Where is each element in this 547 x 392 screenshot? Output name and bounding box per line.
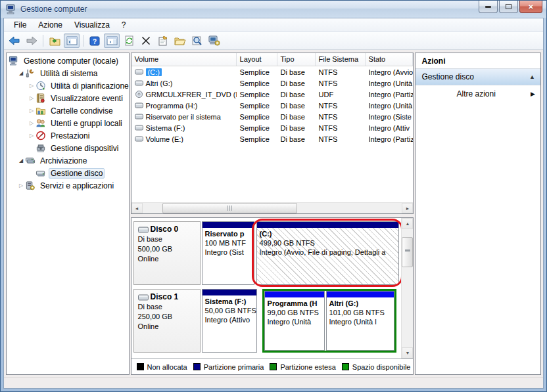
scroll-right-arrow-icon[interactable]: ► xyxy=(402,203,413,213)
volume-status: Integro (Partiz xyxy=(366,91,414,98)
maximize-button[interactable] xyxy=(499,1,518,13)
volume-type: Di base xyxy=(277,135,316,143)
close-icon: ✕ xyxy=(528,3,533,11)
column-header-file-sistema[interactable]: File Sistema xyxy=(316,53,366,66)
disk-size: 250,00 GB xyxy=(138,312,196,322)
disk0-label[interactable]: Disco 0 Di base 500,00 GB Online xyxy=(133,221,201,285)
volume-row-volume-e[interactable]: Volume (E:) Semplice Di base NTFS Integr… xyxy=(131,133,414,144)
event-log-icon xyxy=(36,93,46,103)
menu-visualizza[interactable]: Visualizza xyxy=(68,19,116,31)
tree-item-label: Cartelle condivise xyxy=(49,106,115,116)
collapsed-triangle-icon[interactable]: ▷ xyxy=(28,120,36,126)
volume-list-header: Volume Layout Tipo File Sistema Stato xyxy=(131,53,414,66)
collapsed-triangle-icon[interactable]: ▷ xyxy=(28,95,36,101)
volume-name: Altri (G:) xyxy=(146,79,173,87)
collapsed-triangle-icon[interactable]: ▷ xyxy=(28,133,36,139)
snap-in-button[interactable] xyxy=(206,33,222,48)
tree-item-prestazioni[interactable]: ▷ Prestazioni xyxy=(7,129,129,142)
caption-buttons: ✕ xyxy=(479,1,542,13)
volume-row-riservato[interactable]: Riservato per il sistema Semplice Di bas… xyxy=(131,111,414,122)
find-button[interactable] xyxy=(189,33,205,48)
collapse-chevron-icon[interactable]: ▲ xyxy=(529,74,535,80)
back-button[interactable] xyxy=(7,33,22,48)
actions-item-altre-azioni[interactable]: Altre azioni ▶ xyxy=(416,85,540,102)
partition-c-selected[interactable]: (C:) 499,90 GB NTFS Integro (Avvio, File… xyxy=(256,221,400,285)
volume-type: Di base xyxy=(277,102,316,110)
properties-icon xyxy=(158,36,168,46)
volume-status: Integro (Partiz xyxy=(366,135,414,143)
disk0-partition-area: Riservato p 100 MB NTF Integro (Sist (C:… xyxy=(201,221,400,285)
tree-item-label: Utilità di pianificazione xyxy=(49,81,130,91)
volume-type: Di base xyxy=(277,68,316,76)
scroll-left-arrow-icon[interactable]: ◄ xyxy=(131,203,143,213)
column-header-volume[interactable]: Volume xyxy=(131,53,237,66)
help-button[interactable]: ? xyxy=(87,33,103,48)
volume-row-sistema[interactable]: Sistema (F:) Semplice Di base NTFS Integ… xyxy=(131,122,414,133)
tree-item-utenti-e-gruppi[interactable]: ▷ Utenti e gruppi locali xyxy=(7,117,129,129)
column-header-layout[interactable]: Layout xyxy=(237,53,277,66)
expanded-triangle-icon[interactable]: ◢ xyxy=(17,158,25,163)
tree-item-gestione-dispositivi[interactable]: Gestione dispositivi xyxy=(7,142,129,154)
collapsed-triangle-icon[interactable]: ▷ xyxy=(28,108,36,114)
forward-button[interactable] xyxy=(24,33,39,48)
delete-button[interactable] xyxy=(138,33,154,48)
disk-status: Online xyxy=(138,322,196,332)
tree-item-utilita-di-sistema[interactable]: ◢ Utilità di sistema xyxy=(7,67,129,79)
tree-item-servizi-e-applicazioni[interactable]: ▷ Servizi e applicazioni xyxy=(7,179,129,192)
scroll-down-arrow-icon[interactable]: ▼ xyxy=(402,347,413,359)
partition-riservato[interactable]: Riservato p 100 MB NTF Integro (Sist xyxy=(202,221,254,285)
close-button[interactable]: ✕ xyxy=(519,1,542,13)
partition-sistema[interactable]: Sistema (F:) 50,00 GB NTFS Integro (Atti… xyxy=(202,289,257,353)
properties-button[interactable] xyxy=(155,33,171,48)
horizontal-scrollbar[interactable]: ◄ ► xyxy=(131,202,414,213)
actions-group-gestione-disco[interactable]: Gestione disco ▲ xyxy=(416,69,540,85)
scroll-up-arrow-icon[interactable]: ▲ xyxy=(402,218,413,229)
minimize-button[interactable] xyxy=(479,1,498,13)
export-list-button[interactable] xyxy=(47,33,62,48)
submenu-arrow-icon: ▶ xyxy=(531,91,535,97)
disk-row-1: Disco 1 Di base 250,00 GB Online xyxy=(133,289,400,353)
minimize-icon xyxy=(485,6,491,8)
vertical-scrollbar[interactable]: ▲ ▼ xyxy=(401,218,413,359)
volume-row-programma[interactable]: Programma (H:) Semplice Di base NTFS Int… xyxy=(131,100,414,111)
show-console-tree-button[interactable] xyxy=(64,33,80,48)
partition-programma[interactable]: Programma (H 99,00 GB NTFS Integro (Unit… xyxy=(264,291,325,351)
client-area: File Azione Visualizza ? xyxy=(3,18,544,389)
refresh-button[interactable] xyxy=(121,33,137,48)
disk1-label[interactable]: Disco 1 Di base 250,00 GB Online xyxy=(133,289,201,353)
menu-help[interactable]: ? xyxy=(116,19,132,31)
legend-non-allocata: Non allocata xyxy=(137,363,187,371)
column-header-tipo[interactable]: Tipo xyxy=(277,53,316,66)
volume-row-dvd[interactable]: GRMCULXFRER_IT_DVD (D:) Semplice Di base… xyxy=(131,89,414,100)
collapsed-triangle-icon[interactable]: ▷ xyxy=(28,83,36,89)
scrollbar-thumb[interactable] xyxy=(162,203,297,213)
volume-row-c[interactable]: (C:) Semplice Di base NTFS Integro (Avvi… xyxy=(131,66,414,77)
menu-file[interactable]: File xyxy=(8,19,32,31)
volume-layout: Semplice xyxy=(237,113,277,121)
disk-type: Di base xyxy=(138,302,196,312)
partition-name: Sistema (F:) xyxy=(205,297,254,306)
partition-altri[interactable]: Altri (G:) 101,00 GB NTFS Integro (Unità… xyxy=(326,291,395,351)
menu-azione[interactable]: Azione xyxy=(32,19,68,31)
tree-item-utilita-di-pianificazione[interactable]: ▷ Utilità di pianificazione xyxy=(7,79,129,92)
partition-status: Integro (Avvio, File di paging, Dettagli… xyxy=(260,248,396,257)
tree-item-gestione-computer[interactable]: Gestione computer (locale) xyxy=(7,54,129,67)
tree-item-archiviazione[interactable]: ◢ Archiviazione xyxy=(7,154,129,167)
users-icon xyxy=(36,118,46,128)
tree-item-cartelle-condivise[interactable]: ▷ Cartelle condivise xyxy=(7,104,129,117)
scrollbar-track[interactable] xyxy=(297,203,402,213)
open-folder-button[interactable] xyxy=(172,33,188,48)
tree-item-visualizzatore-eventi[interactable]: ▷ Visualizzatore eventi xyxy=(7,92,129,104)
volume-icon xyxy=(135,113,143,120)
show-action-pane-button[interactable] xyxy=(104,33,120,48)
column-header-stato[interactable]: Stato xyxy=(366,53,414,66)
volume-layout: Semplice xyxy=(237,102,277,110)
tree-item-gestione-disco[interactable]: Gestione disco xyxy=(7,167,129,179)
volume-row-altri[interactable]: Altri (G:) Semplice Di base NTFS Integro… xyxy=(131,77,414,89)
expanded-triangle-icon[interactable]: ◢ xyxy=(17,70,25,76)
scrollbar-track[interactable] xyxy=(402,267,413,347)
scrollbar-thumb[interactable] xyxy=(402,237,413,267)
collapsed-triangle-icon[interactable]: ▷ xyxy=(17,183,25,188)
storage-icon xyxy=(25,156,36,165)
tree-item-label: Servizi e applicazioni xyxy=(38,181,116,191)
